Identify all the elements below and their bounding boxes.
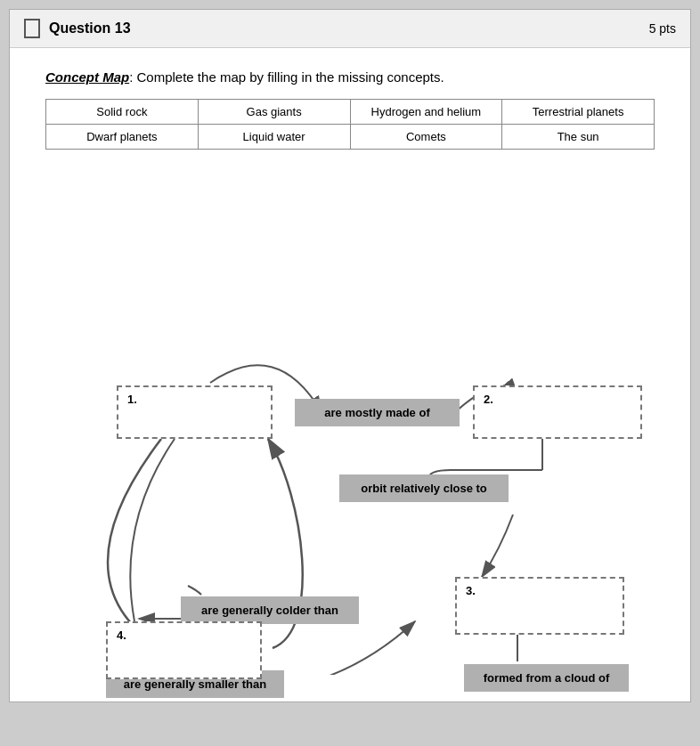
concept-map-label: Concept Map — [45, 69, 129, 85]
blank-2[interactable]: 2. — [473, 385, 642, 439]
page-container: Question 13 5 pts Concept Map: Complete … — [9, 9, 691, 702]
word-bank: Solid rock Gas giants Hydrogen and heliu… — [45, 99, 655, 150]
question-body: Concept Map: Complete the map by filling… — [10, 48, 690, 701]
blank-4[interactable]: 4. — [106, 621, 262, 679]
instruction: Concept Map: Complete the map by filling… — [45, 69, 655, 85]
blank-1[interactable]: 1. — [117, 385, 273, 439]
instruction-rest: : Complete the map by filling in the mis… — [129, 69, 444, 85]
blank-3-number: 3. — [466, 584, 476, 597]
word-bank-cell: Terrestrial planets — [502, 100, 655, 125]
label-orbit-close: orbit relatively close to — [339, 474, 509, 502]
word-bank-cell: Dwarf planets — [46, 125, 199, 150]
word-bank-cell: Solid rock — [46, 100, 199, 125]
word-bank-cell: The sun — [502, 125, 655, 150]
blank-2-number: 2. — [484, 393, 493, 406]
label-are-colder: are generally colder than — [181, 596, 359, 624]
question-title: Question 13 — [49, 20, 131, 36]
blank-4-number: 4. — [117, 628, 126, 642]
word-bank-cell: Hydrogen and helium — [350, 100, 502, 125]
blank-1-number: 1. — [127, 393, 137, 406]
label-formed-from: formed from a cloud of — [464, 664, 629, 692]
header-left: Question 13 — [24, 19, 131, 38]
concept-map: are mostly made of orbit relatively clos… — [45, 176, 655, 675]
word-bank-cell: Gas giants — [198, 100, 350, 125]
word-bank-cell: Comets — [350, 125, 502, 150]
blank-3[interactable]: 3. — [455, 577, 624, 635]
page-icon — [24, 19, 40, 38]
label-are-mostly-made-of: are mostly made of — [295, 399, 460, 426]
word-bank-cell: Liquid water — [198, 125, 350, 150]
question-header: Question 13 5 pts — [10, 10, 690, 48]
question-pts: 5 pts — [649, 21, 676, 36]
